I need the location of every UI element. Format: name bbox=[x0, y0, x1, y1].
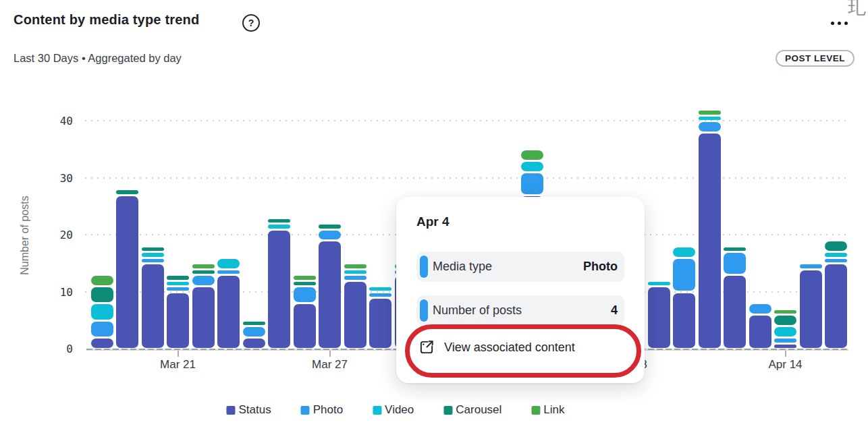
bar-segment-photo[interactable] bbox=[319, 231, 341, 240]
bar-segment-photo[interactable] bbox=[167, 287, 189, 291]
tooltip-row-value: 4 bbox=[611, 303, 618, 318]
bar-segment-status[interactable] bbox=[142, 264, 164, 348]
bar-segment-video[interactable] bbox=[268, 225, 290, 228]
bar-segment-photo[interactable] bbox=[91, 322, 113, 336]
legend-item-video[interactable]: Video bbox=[373, 403, 414, 417]
bar-segment-photo[interactable] bbox=[243, 327, 265, 336]
bar-apr-16[interactable] bbox=[825, 0, 847, 349]
bar-segment-video[interactable] bbox=[369, 287, 391, 291]
bar-segment-status[interactable] bbox=[344, 282, 367, 348]
bar-segment-photo[interactable] bbox=[825, 259, 847, 262]
bar-segment-link[interactable] bbox=[521, 150, 543, 160]
bar-segment-photo[interactable] bbox=[192, 276, 215, 285]
bar-apr-14[interactable] bbox=[774, 0, 796, 349]
bar-segment-photo[interactable] bbox=[800, 264, 822, 268]
bar-apr-15[interactable] bbox=[800, 0, 822, 349]
bar-segment-photo[interactable] bbox=[673, 259, 695, 291]
bar-segment-carousel[interactable] bbox=[774, 316, 796, 325]
bar-segment-carousel[interactable] bbox=[142, 247, 164, 251]
bar-segment-link[interactable] bbox=[344, 264, 367, 268]
bar-apr-10[interactable] bbox=[673, 0, 695, 349]
bar-segment-status[interactable] bbox=[167, 293, 189, 349]
bar-segment-status[interactable] bbox=[699, 134, 721, 348]
bar-segment-status[interactable] bbox=[774, 345, 796, 348]
bar-segment-carousel[interactable] bbox=[294, 282, 316, 285]
bar-segment-video[interactable] bbox=[699, 117, 721, 120]
bar-segment-link[interactable] bbox=[294, 276, 316, 279]
bar-segment-photo[interactable] bbox=[774, 339, 796, 342]
tooltip-row-media-type: Media type Photo bbox=[416, 252, 624, 282]
bar-segment-video[interactable] bbox=[673, 247, 695, 257]
bar-segment-status[interactable] bbox=[319, 241, 341, 348]
view-associated-content-button[interactable]: View associated content bbox=[418, 332, 620, 363]
bar-segment-video[interactable] bbox=[774, 327, 796, 336]
bar-segment-carousel[interactable] bbox=[268, 219, 290, 223]
bar-segment-status[interactable] bbox=[91, 339, 113, 348]
legend-item-link[interactable]: Link bbox=[531, 403, 564, 417]
bar-segment-photo[interactable] bbox=[369, 293, 391, 297]
bar-segment-photo[interactable] bbox=[749, 304, 771, 314]
bar-segment-status[interactable] bbox=[724, 276, 746, 348]
bar-segment-carousel[interactable] bbox=[116, 190, 138, 194]
bar-mar-22[interactable] bbox=[192, 0, 215, 349]
bar-apr-13[interactable] bbox=[749, 0, 771, 349]
bar-segment-status[interactable] bbox=[673, 293, 695, 349]
bar-segment-link[interactable] bbox=[699, 111, 721, 114]
bar-segment-carousel[interactable] bbox=[167, 276, 189, 279]
legend: StatusPhotoVideoCarouselLink bbox=[226, 403, 564, 417]
bar-mar-19[interactable] bbox=[116, 0, 138, 349]
bar-segment-photo[interactable] bbox=[699, 122, 721, 131]
bar-segment-link[interactable] bbox=[192, 264, 215, 268]
legend-item-carousel[interactable]: Carousel bbox=[443, 403, 501, 417]
bar-mar-25[interactable] bbox=[268, 0, 290, 349]
bar-segment-carousel[interactable] bbox=[724, 247, 746, 251]
bar-segment-carousel[interactable] bbox=[319, 225, 341, 228]
bar-segment-video[interactable] bbox=[521, 162, 543, 171]
bar-segment-photo[interactable] bbox=[217, 270, 240, 274]
bar-segment-status[interactable] bbox=[116, 196, 138, 348]
bar-segment-video[interactable] bbox=[91, 304, 113, 319]
bar-segment-video[interactable] bbox=[648, 282, 670, 285]
bar-segment-status[interactable] bbox=[268, 231, 290, 348]
bar-segment-status[interactable] bbox=[217, 276, 240, 348]
bar-apr-12[interactable] bbox=[724, 0, 746, 349]
bar-mar-24[interactable] bbox=[243, 0, 265, 349]
bar-segment-status[interactable] bbox=[192, 287, 215, 348]
bar-segment-video[interactable] bbox=[142, 253, 164, 256]
bar-segment-carousel[interactable] bbox=[825, 241, 847, 251]
bar-segment-status[interactable] bbox=[294, 304, 316, 348]
bar-mar-21[interactable] bbox=[167, 0, 189, 349]
bar-segment-link[interactable] bbox=[91, 276, 113, 285]
bar-segment-status[interactable] bbox=[825, 264, 847, 348]
bar-segment-status[interactable] bbox=[369, 299, 391, 348]
bar-segment-carousel[interactable] bbox=[243, 322, 265, 325]
bar-mar-28[interactable] bbox=[344, 0, 367, 349]
bar-segment-status[interactable] bbox=[749, 316, 771, 348]
bar-segment-status[interactable] bbox=[243, 339, 265, 348]
bar-segment-video[interactable] bbox=[344, 270, 367, 274]
legend-item-photo[interactable]: Photo bbox=[301, 403, 343, 417]
bar-apr-9[interactable] bbox=[648, 0, 670, 349]
bar-mar-29[interactable] bbox=[369, 0, 391, 349]
bar-segment-photo[interactable] bbox=[142, 259, 164, 262]
bar-mar-23[interactable] bbox=[217, 0, 240, 349]
bar-segment-video[interactable] bbox=[167, 282, 189, 285]
bar-segment-video[interactable] bbox=[825, 253, 847, 256]
bar-segment-status[interactable] bbox=[648, 287, 670, 348]
legend-item-status[interactable]: Status bbox=[226, 403, 271, 417]
bar-segment-status[interactable] bbox=[800, 270, 822, 348]
bar-segment-carousel[interactable] bbox=[192, 270, 215, 274]
chart-tooltip: Apr 4 Media type Photo Number of posts 4… bbox=[396, 197, 645, 383]
bar-mar-26[interactable] bbox=[294, 0, 316, 349]
bar-segment-carousel[interactable] bbox=[91, 287, 113, 302]
bar-apr-11[interactable] bbox=[699, 0, 721, 349]
bar-segment-photo[interactable] bbox=[344, 276, 367, 279]
bar-segment-photo[interactable] bbox=[724, 253, 746, 274]
bar-segment-photo[interactable] bbox=[521, 173, 543, 194]
bar-mar-27[interactable] bbox=[319, 0, 341, 349]
bar-segment-photo[interactable] bbox=[294, 287, 316, 302]
bar-mar-20[interactable] bbox=[142, 0, 164, 349]
bar-segment-link[interactable] bbox=[774, 310, 796, 314]
bar-segment-video[interactable] bbox=[217, 259, 240, 268]
bar-mar-18[interactable] bbox=[91, 0, 113, 349]
